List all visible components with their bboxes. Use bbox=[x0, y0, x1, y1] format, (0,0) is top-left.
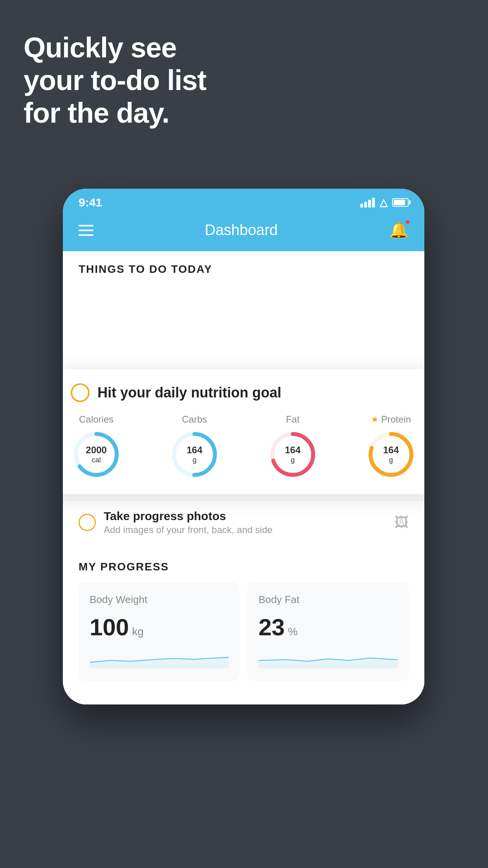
notification-button[interactable]: 🔔 bbox=[389, 221, 409, 239]
signal-icon bbox=[360, 198, 375, 208]
photos-text: Take progress photos Add images of your … bbox=[104, 509, 387, 535]
body-weight-card[interactable]: Body Weight 100 kg bbox=[79, 583, 240, 681]
hero-line2: your to-do list bbox=[24, 64, 206, 97]
carbs-label: Carbs bbox=[182, 414, 207, 425]
app-title: Dashboard bbox=[205, 222, 278, 239]
body-weight-number: 100 bbox=[90, 614, 129, 641]
nutrition-calories[interactable]: Calories 2000 cal bbox=[71, 414, 122, 480]
notification-dot bbox=[405, 219, 410, 225]
photos-check[interactable] bbox=[79, 514, 96, 531]
progress-cards: Body Weight 100 kg Body Fat 23 % bbox=[79, 583, 409, 681]
body-weight-label: Body Weight bbox=[90, 594, 229, 606]
phone-mockup: 9:41 △ Dashboard 🔔 THINGS TO DO TODAY bbox=[63, 189, 424, 704]
time-display: 9:41 bbox=[79, 196, 102, 209]
nutrition-fat[interactable]: Fat 164 g bbox=[267, 414, 318, 480]
main-content: THINGS TO DO TODAY Hit your daily nutrit… bbox=[63, 251, 424, 704]
todo-list: Hit your daily nutrition goal Calories bbox=[63, 283, 424, 545]
calories-ring: 2000 cal bbox=[71, 429, 122, 480]
status-icons: △ bbox=[360, 197, 409, 209]
nutrition-card: Hit your daily nutrition goal Calories bbox=[63, 369, 424, 494]
app-header: Dashboard 🔔 bbox=[63, 213, 424, 251]
photos-title: Take progress photos bbox=[104, 509, 387, 523]
fat-ring: 164 g bbox=[267, 429, 318, 480]
carbs-ring: 164 g bbox=[169, 429, 220, 480]
protein-value: 164 g bbox=[383, 445, 399, 464]
fat-value: 164 g bbox=[285, 445, 301, 464]
carbs-value: 164 g bbox=[187, 445, 202, 464]
body-fat-card[interactable]: Body Fat 23 % bbox=[248, 583, 409, 681]
protein-ring: 164 g bbox=[365, 429, 416, 480]
star-icon: ★ bbox=[371, 414, 379, 425]
battery-icon bbox=[392, 198, 409, 207]
nutrition-carbs[interactable]: Carbs 164 g bbox=[169, 414, 220, 480]
photos-subtitle: Add images of your front, back, and side bbox=[104, 524, 387, 535]
person-icon: 🖼 bbox=[394, 514, 409, 531]
todo-photos[interactable]: Take progress photos Add images of your … bbox=[63, 500, 424, 545]
card-header: Hit your daily nutrition goal bbox=[71, 383, 416, 402]
nutrition-grid: Calories 2000 cal bbox=[71, 414, 416, 480]
body-fat-number: 23 bbox=[259, 614, 285, 641]
body-fat-label: Body Fat bbox=[259, 594, 398, 606]
body-weight-value: 100 kg bbox=[90, 614, 229, 641]
body-weight-sparkline bbox=[90, 649, 229, 668]
body-fat-sparkline bbox=[259, 649, 398, 668]
wifi-icon: △ bbox=[380, 197, 387, 209]
status-bar: 9:41 △ bbox=[63, 189, 424, 213]
body-fat-value: 23 % bbox=[259, 614, 398, 641]
bottom-pad bbox=[63, 681, 424, 704]
progress-section: MY PROGRESS Body Weight 100 kg B bbox=[63, 545, 424, 681]
body-fat-unit: % bbox=[288, 625, 298, 638]
hero-line1: Quickly see bbox=[24, 31, 206, 64]
menu-button[interactable] bbox=[79, 225, 94, 236]
body-weight-unit: kg bbox=[132, 625, 144, 638]
nutrition-check-circle[interactable] bbox=[71, 383, 90, 402]
hero-text: Quickly see your to-do list for the day. bbox=[24, 31, 206, 129]
progress-title: MY PROGRESS bbox=[79, 561, 409, 573]
nutrition-protein[interactable]: ★ Protein 164 g bbox=[365, 414, 416, 480]
hero-line3: for the day. bbox=[24, 97, 206, 129]
calories-value: 2000 cal bbox=[86, 445, 106, 464]
nutrition-card-title: Hit your daily nutrition goal bbox=[97, 384, 281, 401]
protein-label: Protein bbox=[381, 414, 411, 425]
calories-label: Calories bbox=[79, 414, 114, 425]
fat-label: Fat bbox=[286, 414, 300, 425]
things-today-label: THINGS TO DO TODAY bbox=[63, 251, 424, 283]
